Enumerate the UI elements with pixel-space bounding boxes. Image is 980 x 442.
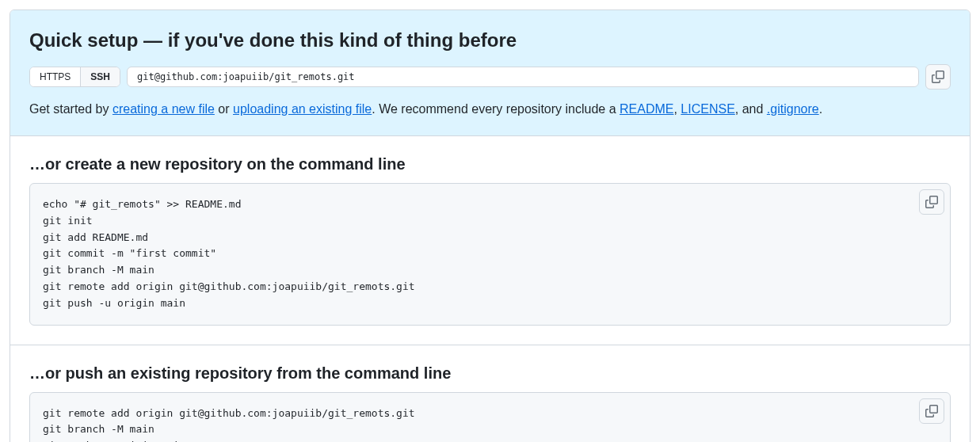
upload-file-link[interactable]: uploading an existing file [233, 102, 372, 116]
create-repo-code-wrap: echo "# git_remots" >> README.md git ini… [29, 183, 951, 326]
license-link[interactable]: LICENSE [681, 102, 734, 116]
create-repo-commands[interactable]: echo "# git_remots" >> README.md git ini… [29, 183, 951, 326]
create-file-link[interactable]: creating a new file [112, 102, 215, 116]
empty-repo-setup: Quick setup — if you've done this kind o… [10, 10, 970, 442]
copy-icon [925, 405, 938, 417]
quick-setup-heading: Quick setup — if you've done this kind o… [29, 29, 951, 51]
clone-url-row: HTTPS SSH [29, 64, 951, 90]
copy-push-commands-button[interactable] [919, 398, 944, 424]
ssh-button[interactable]: SSH [81, 67, 120, 86]
copy-create-commands-button[interactable] [919, 189, 944, 215]
push-repo-code-wrap: git remote add origin git@github.com:joa… [29, 392, 951, 442]
gitignore-link[interactable]: .gitignore [767, 102, 819, 116]
readme-link[interactable]: README [620, 102, 673, 116]
get-started-text: Get started by creating a new file or up… [29, 102, 951, 116]
create-repo-section: …or create a new repository on the comma… [10, 136, 970, 345]
copy-url-button[interactable] [925, 64, 951, 90]
protocol-toggle: HTTPS SSH [29, 67, 120, 87]
copy-icon [932, 70, 944, 83]
clone-url-input[interactable] [127, 67, 919, 87]
https-button[interactable]: HTTPS [30, 67, 81, 86]
quick-setup-section: Quick setup — if you've done this kind o… [10, 10, 970, 136]
push-repo-commands[interactable]: git remote add origin git@github.com:joa… [29, 392, 951, 442]
push-repo-heading: …or push an existing repository from the… [29, 364, 951, 383]
push-repo-section: …or push an existing repository from the… [10, 345, 970, 442]
create-repo-heading: …or create a new repository on the comma… [29, 155, 951, 173]
copy-icon [925, 196, 938, 208]
